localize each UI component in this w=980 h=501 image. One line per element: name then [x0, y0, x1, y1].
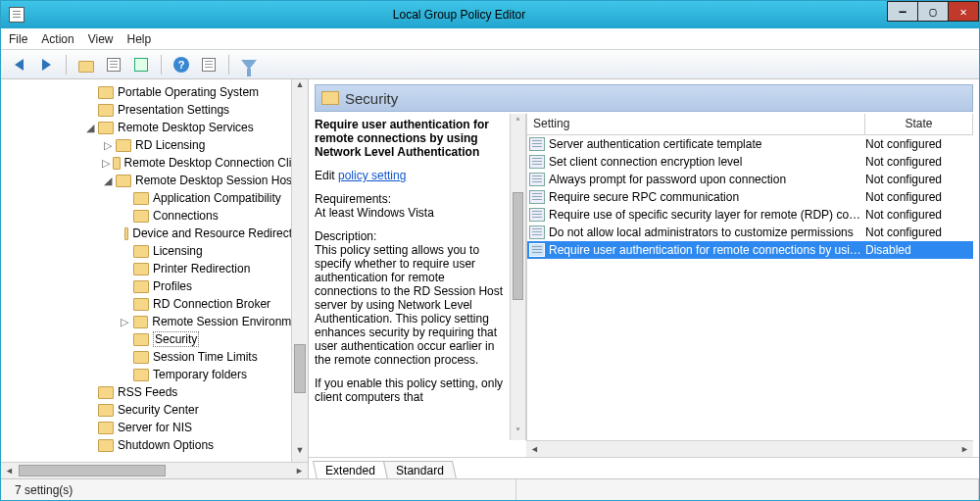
policy-icon — [529, 173, 545, 186]
scrollbar-thumb[interactable] — [294, 344, 306, 393]
tree-item[interactable]: ▷Remote Session Environment — [1, 313, 308, 330]
tree-item[interactable]: Application Compatibility — [1, 189, 308, 207]
column-header-state[interactable]: State — [865, 114, 973, 134]
expand-icon[interactable]: ▷ — [120, 317, 130, 327]
scrollbar-thumb[interactable] — [513, 192, 523, 300]
collapse-icon[interactable]: ◢ — [102, 175, 113, 186]
tree-item[interactable]: Printer Redirection — [1, 260, 308, 277]
tree-vertical-scrollbar[interactable]: ▲ ▼ — [291, 79, 308, 462]
tree-item[interactable]: RD Connection Broker — [1, 295, 308, 313]
status-count: 7 setting(s) — [7, 479, 516, 500]
tree-item-label: Security — [153, 331, 199, 347]
export-list-button[interactable] — [129, 54, 153, 75]
setting-row[interactable]: Require use of specific security layer f… — [527, 206, 973, 224]
selected-setting-title: Require user authentication for remote c… — [315, 118, 504, 159]
tree-item[interactable]: ▷Remote Desktop Connection Client — [1, 154, 308, 172]
setting-name: Do not allow local administrators to cus… — [549, 225, 865, 239]
back-button[interactable] — [7, 54, 30, 75]
tree-item[interactable]: Licensing — [1, 242, 308, 260]
tree-item[interactable]: Session Time Limits — [1, 348, 308, 366]
scrollbar-thumb[interactable] — [19, 465, 166, 476]
forward-button[interactable] — [34, 54, 58, 75]
close-button[interactable]: ✕ — [948, 1, 979, 22]
category-title: Security — [345, 90, 398, 107]
scroll-down-arrow-icon[interactable]: ▼ — [292, 445, 308, 462]
folder-icon — [321, 91, 339, 105]
expand-icon[interactable]: ▷ — [102, 140, 113, 151]
maximize-button[interactable]: ▢ — [917, 1, 949, 22]
setting-name: Server authentication certificate templa… — [549, 137, 865, 151]
folder-icon — [133, 210, 149, 223]
tree-item[interactable]: Security — [1, 330, 308, 348]
tree-horizontal-scrollbar[interactable]: ◄ ► — [1, 462, 308, 478]
tree-item[interactable]: ▷RD Licensing — [1, 136, 308, 154]
tree-view[interactable]: Portable Operating SystemPresentation Se… — [1, 79, 308, 462]
tree-item-label: Remote Desktop Connection Client — [124, 156, 308, 170]
tree-item[interactable]: RSS Feeds — [1, 383, 308, 401]
setting-name: Require secure RPC communication — [549, 190, 865, 204]
expand-icon[interactable]: ▷ — [102, 158, 110, 169]
tree-item-label: Connections — [153, 209, 219, 223]
setting-row[interactable]: Always prompt for password upon connecti… — [527, 171, 973, 188]
setting-row[interactable]: Set client connection encryption levelNo… — [527, 153, 973, 171]
folder-icon — [98, 404, 114, 417]
filter-button[interactable] — [237, 54, 261, 75]
setting-state: Not configured — [865, 190, 973, 204]
tree-item[interactable]: Security Center — [1, 401, 308, 419]
tab-extended[interactable]: Extended — [313, 461, 388, 478]
menu-file[interactable]: File — [9, 32, 27, 46]
tree-item[interactable]: Shutdown Options — [1, 436, 308, 454]
scroll-up-arrow-icon[interactable]: ▲ — [292, 79, 308, 96]
tree-item-label: RD Licensing — [135, 138, 205, 152]
window-title: Local Group Policy Editor — [30, 8, 888, 22]
up-folder-button[interactable] — [74, 54, 98, 75]
tree-item-label: Printer Redirection — [153, 262, 250, 276]
folder-icon — [133, 192, 149, 205]
scroll-right-arrow-icon[interactable]: ► — [291, 463, 308, 478]
setting-row[interactable]: Server authentication certificate templa… — [527, 135, 973, 153]
show-hide-tree-button[interactable] — [102, 54, 125, 75]
tree-item[interactable]: ◢Remote Desktop Session Host — [1, 172, 308, 189]
menu-action[interactable]: Action — [41, 32, 74, 46]
minimize-button[interactable]: — — [887, 1, 918, 22]
edit-policy-link[interactable]: policy setting — [338, 169, 406, 182]
tree-item[interactable]: Portable Operating System — [1, 83, 308, 101]
tree-item[interactable]: Profiles — [1, 277, 308, 295]
tree-item-label: Device and Resource Redirection — [132, 226, 308, 240]
help-button[interactable]: ? — [170, 54, 193, 75]
description-scrollbar[interactable]: ˄ ˅ — [510, 114, 526, 440]
requirements-label: Requirements: — [315, 192, 391, 206]
setting-row[interactable]: Require user authentication for remote c… — [527, 241, 973, 259]
scroll-left-arrow-icon[interactable]: ◄ — [1, 463, 18, 478]
settings-horizontal-scrollbar[interactable]: ◄ ► — [526, 440, 973, 457]
tree-item[interactable]: Connections — [1, 207, 308, 225]
description-text: This policy setting allows you to specif… — [315, 243, 503, 367]
settings-list: Server authentication certificate templa… — [527, 135, 973, 440]
scroll-right-arrow-icon[interactable]: ► — [956, 441, 973, 457]
column-header-setting[interactable]: Setting — [527, 114, 865, 134]
status-empty — [516, 479, 979, 500]
setting-row[interactable]: Do not allow local administrators to cus… — [527, 224, 973, 241]
tree-item-label: Profiles — [153, 279, 192, 293]
extended-description-panel: Require user authentication for remote c… — [315, 114, 510, 440]
tree-item[interactable]: Presentation Settings — [1, 101, 308, 119]
setting-row[interactable]: Require secure RPC communicationNot conf… — [527, 188, 973, 206]
properties-button[interactable] — [197, 54, 220, 75]
scroll-down-arrow-icon[interactable]: ˅ — [511, 424, 525, 440]
tree-item-label: Presentation Settings — [118, 103, 229, 117]
column-headers: Setting State — [527, 114, 973, 135]
tree-item[interactable]: ◢Remote Desktop Services — [1, 119, 308, 136]
tab-standard[interactable]: Standard — [383, 461, 457, 478]
tree-item[interactable]: Server for NIS — [1, 419, 308, 436]
setting-state: Not configured — [865, 173, 973, 186]
collapse-icon[interactable]: ◢ — [84, 123, 95, 133]
menu-view[interactable]: View — [88, 32, 114, 46]
main-content: Portable Operating SystemPresentation Se… — [1, 79, 979, 478]
tree-item[interactable]: Temporary folders — [1, 366, 308, 383]
tree-item-label: RD Connection Broker — [153, 297, 270, 311]
scroll-left-arrow-icon[interactable]: ◄ — [526, 441, 543, 457]
menu-help[interactable]: Help — [127, 32, 152, 46]
status-bar: 7 setting(s) — [1, 478, 979, 500]
tree-item[interactable]: Device and Resource Redirection — [1, 225, 308, 242]
scroll-up-arrow-icon[interactable]: ˄ — [511, 114, 525, 130]
